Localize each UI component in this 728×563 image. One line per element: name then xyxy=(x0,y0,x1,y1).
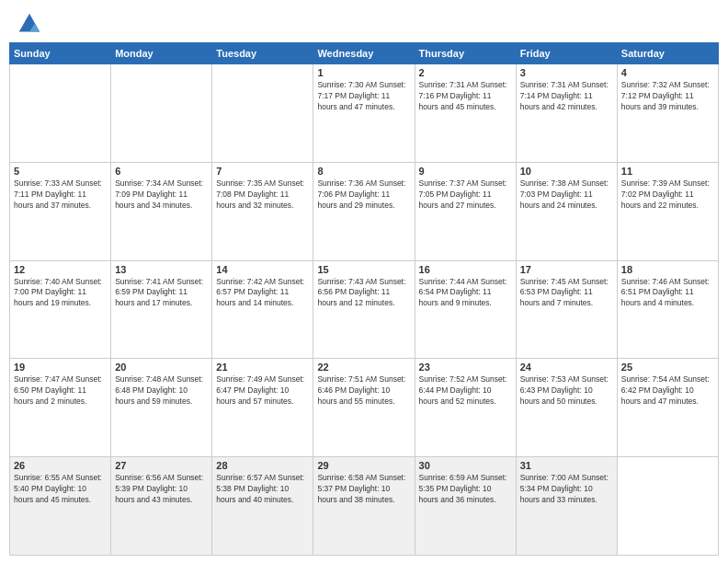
day-info: Sunrise: 7:44 AM Sunset: 6:54 PM Dayligh… xyxy=(419,277,512,310)
day-cell: 31Sunrise: 7:00 AM Sunset: 5:34 PM Dayli… xyxy=(516,457,617,556)
day-info: Sunrise: 7:30 AM Sunset: 7:17 PM Dayligh… xyxy=(317,80,410,113)
day-number: 18 xyxy=(621,264,714,275)
day-number: 6 xyxy=(115,166,208,177)
weekday-tuesday: Tuesday xyxy=(212,43,313,64)
day-number: 25 xyxy=(621,362,714,373)
day-info: Sunrise: 6:58 AM Sunset: 5:37 PM Dayligh… xyxy=(317,473,410,506)
day-cell: 1Sunrise: 7:30 AM Sunset: 7:17 PM Daylig… xyxy=(313,64,415,163)
week-row-4: 19Sunrise: 7:47 AM Sunset: 6:50 PM Dayli… xyxy=(10,359,719,457)
day-cell: 16Sunrise: 7:44 AM Sunset: 6:54 PM Dayli… xyxy=(415,260,516,359)
weekday-friday: Friday xyxy=(516,43,617,64)
day-number: 8 xyxy=(317,166,410,177)
day-number: 26 xyxy=(14,460,107,471)
day-info: Sunrise: 6:59 AM Sunset: 5:35 PM Dayligh… xyxy=(419,473,512,506)
day-number: 31 xyxy=(520,460,613,471)
day-info: Sunrise: 7:31 AM Sunset: 7:16 PM Dayligh… xyxy=(419,80,512,113)
day-number: 14 xyxy=(216,264,309,275)
day-cell: 13Sunrise: 7:41 AM Sunset: 6:59 PM Dayli… xyxy=(111,260,212,359)
day-info: Sunrise: 7:34 AM Sunset: 7:09 PM Dayligh… xyxy=(115,178,208,212)
day-cell: 24Sunrise: 7:53 AM Sunset: 6:43 PM Dayli… xyxy=(516,359,617,457)
day-number: 23 xyxy=(419,362,512,373)
week-row-3: 12Sunrise: 7:40 AM Sunset: 7:00 PM Dayli… xyxy=(10,260,719,359)
day-info: Sunrise: 7:31 AM Sunset: 7:14 PM Dayligh… xyxy=(520,80,613,113)
day-cell: 15Sunrise: 7:43 AM Sunset: 6:56 PM Dayli… xyxy=(313,260,415,359)
day-number: 24 xyxy=(520,362,613,373)
day-cell xyxy=(212,64,313,163)
day-cell: 17Sunrise: 7:45 AM Sunset: 6:53 PM Dayli… xyxy=(516,260,617,359)
day-number: 19 xyxy=(14,362,107,373)
day-number: 2 xyxy=(419,67,512,78)
weekday-wednesday: Wednesday xyxy=(313,43,415,64)
day-cell: 18Sunrise: 7:46 AM Sunset: 6:51 PM Dayli… xyxy=(617,260,718,359)
day-number: 13 xyxy=(115,264,208,275)
day-cell xyxy=(617,457,718,556)
day-number: 10 xyxy=(520,166,613,177)
day-info: Sunrise: 7:48 AM Sunset: 6:48 PM Dayligh… xyxy=(115,374,208,408)
day-info: Sunrise: 7:47 AM Sunset: 6:50 PM Dayligh… xyxy=(14,374,107,408)
day-number: 22 xyxy=(317,362,410,373)
day-number: 12 xyxy=(14,264,107,275)
calendar: SundayMondayTuesdayWednesdayThursdayFrid… xyxy=(0,42,728,563)
calendar-table: SundayMondayTuesdayWednesdayThursdayFrid… xyxy=(9,42,719,556)
day-info: Sunrise: 7:33 AM Sunset: 7:11 PM Dayligh… xyxy=(14,178,107,212)
day-info: Sunrise: 6:55 AM Sunset: 5:40 PM Dayligh… xyxy=(14,473,107,506)
day-info: Sunrise: 7:53 AM Sunset: 6:43 PM Dayligh… xyxy=(520,374,613,408)
day-info: Sunrise: 6:56 AM Sunset: 5:39 PM Dayligh… xyxy=(115,473,208,506)
day-info: Sunrise: 7:00 AM Sunset: 5:34 PM Dayligh… xyxy=(520,473,613,506)
day-cell: 9Sunrise: 7:37 AM Sunset: 7:05 PM Daylig… xyxy=(415,162,516,260)
day-cell: 11Sunrise: 7:39 AM Sunset: 7:02 PM Dayli… xyxy=(617,162,718,260)
day-cell: 23Sunrise: 7:52 AM Sunset: 6:44 PM Dayli… xyxy=(415,359,516,457)
day-cell: 28Sunrise: 6:57 AM Sunset: 5:38 PM Dayli… xyxy=(212,457,313,556)
weekday-monday: Monday xyxy=(111,43,212,64)
day-info: Sunrise: 7:49 AM Sunset: 6:47 PM Dayligh… xyxy=(216,374,309,408)
day-number: 16 xyxy=(419,264,512,275)
day-number: 29 xyxy=(317,460,410,471)
day-number: 27 xyxy=(115,460,208,471)
day-cell xyxy=(111,64,212,163)
day-number: 5 xyxy=(14,166,107,177)
day-cell: 21Sunrise: 7:49 AM Sunset: 6:47 PM Dayli… xyxy=(212,359,313,457)
weekday-saturday: Saturday xyxy=(617,43,718,64)
day-cell: 20Sunrise: 7:48 AM Sunset: 6:48 PM Dayli… xyxy=(111,359,212,457)
day-info: Sunrise: 7:43 AM Sunset: 6:56 PM Dayligh… xyxy=(317,277,410,310)
day-cell: 22Sunrise: 7:51 AM Sunset: 6:46 PM Dayli… xyxy=(313,359,415,457)
day-number: 9 xyxy=(419,166,512,177)
day-number: 3 xyxy=(520,67,613,78)
day-cell: 30Sunrise: 6:59 AM Sunset: 5:35 PM Dayli… xyxy=(415,457,516,556)
day-info: Sunrise: 7:54 AM Sunset: 6:42 PM Dayligh… xyxy=(621,374,714,408)
day-info: Sunrise: 7:46 AM Sunset: 6:51 PM Dayligh… xyxy=(621,277,714,310)
day-number: 20 xyxy=(115,362,208,373)
day-cell: 27Sunrise: 6:56 AM Sunset: 5:39 PM Dayli… xyxy=(111,457,212,556)
day-number: 28 xyxy=(216,460,309,471)
day-info: Sunrise: 7:40 AM Sunset: 7:00 PM Dayligh… xyxy=(14,277,107,310)
day-number: 17 xyxy=(520,264,613,275)
day-cell: 25Sunrise: 7:54 AM Sunset: 6:42 PM Dayli… xyxy=(617,359,718,457)
week-row-2: 5Sunrise: 7:33 AM Sunset: 7:11 PM Daylig… xyxy=(10,162,719,260)
day-info: Sunrise: 6:57 AM Sunset: 5:38 PM Dayligh… xyxy=(216,473,309,506)
page: SundayMondayTuesdayWednesdayThursdayFrid… xyxy=(0,0,728,563)
day-cell: 2Sunrise: 7:31 AM Sunset: 7:16 PM Daylig… xyxy=(415,64,516,163)
day-info: Sunrise: 7:39 AM Sunset: 7:02 PM Dayligh… xyxy=(621,178,714,212)
day-cell: 7Sunrise: 7:35 AM Sunset: 7:08 PM Daylig… xyxy=(212,162,313,260)
day-cell: 19Sunrise: 7:47 AM Sunset: 6:50 PM Dayli… xyxy=(10,359,111,457)
day-number: 7 xyxy=(216,166,309,177)
day-info: Sunrise: 7:36 AM Sunset: 7:06 PM Dayligh… xyxy=(317,178,410,212)
day-cell: 3Sunrise: 7:31 AM Sunset: 7:14 PM Daylig… xyxy=(516,64,617,163)
day-cell: 26Sunrise: 6:55 AM Sunset: 5:40 PM Dayli… xyxy=(10,457,111,556)
day-cell: 10Sunrise: 7:38 AM Sunset: 7:03 PM Dayli… xyxy=(516,162,617,260)
day-number: 1 xyxy=(317,67,410,78)
day-info: Sunrise: 7:38 AM Sunset: 7:03 PM Dayligh… xyxy=(520,178,613,212)
week-row-5: 26Sunrise: 6:55 AM Sunset: 5:40 PM Dayli… xyxy=(10,457,719,556)
header xyxy=(0,0,728,42)
day-cell: 12Sunrise: 7:40 AM Sunset: 7:00 PM Dayli… xyxy=(10,260,111,359)
day-number: 11 xyxy=(621,166,714,177)
day-info: Sunrise: 7:35 AM Sunset: 7:08 PM Dayligh… xyxy=(216,178,309,212)
logo-icon xyxy=(17,11,42,37)
day-info: Sunrise: 7:41 AM Sunset: 6:59 PM Dayligh… xyxy=(115,277,208,310)
day-info: Sunrise: 7:32 AM Sunset: 7:12 PM Dayligh… xyxy=(621,80,714,113)
day-cell: 4Sunrise: 7:32 AM Sunset: 7:12 PM Daylig… xyxy=(617,64,718,163)
weekday-sunday: Sunday xyxy=(10,43,111,64)
day-number: 4 xyxy=(621,67,714,78)
day-cell: 6Sunrise: 7:34 AM Sunset: 7:09 PM Daylig… xyxy=(111,162,212,260)
day-info: Sunrise: 7:42 AM Sunset: 6:57 PM Dayligh… xyxy=(216,277,309,310)
